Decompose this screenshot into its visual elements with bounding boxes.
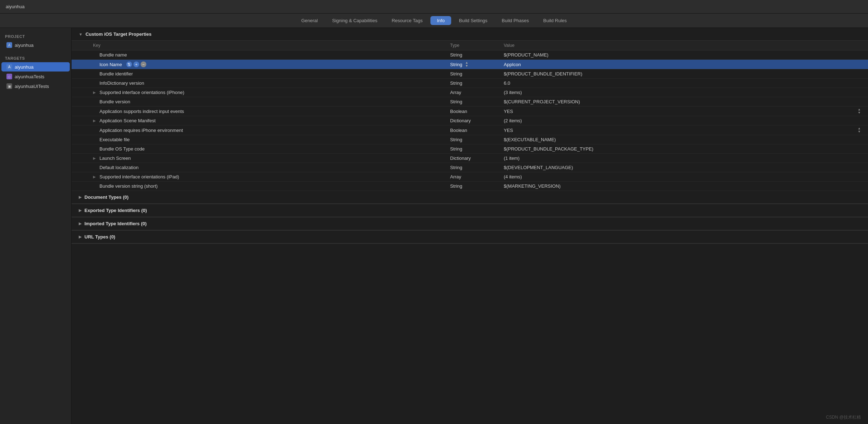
key-cell: Application requires iPhone environment bbox=[93, 128, 450, 133]
key-text: Executable file bbox=[99, 137, 130, 142]
key-text: Icon Name bbox=[99, 62, 122, 67]
table-row[interactable]: Application requires iPhone environmentB… bbox=[72, 125, 868, 135]
collapsed-section-header[interactable]: ▶Document Types (0) bbox=[72, 191, 868, 204]
stepper-icon[interactable]: ⇅ bbox=[126, 61, 132, 67]
key-text: Bundle version bbox=[99, 99, 130, 104]
main-layout: PROJECT A aiyunhua TARGETS A aiyunhua ◇ … bbox=[0, 28, 868, 424]
sidebar-item-uitests[interactable]: ▣ aiyunhuaUITests bbox=[1, 82, 70, 91]
value-stepper[interactable]: ▲▼ bbox=[465, 61, 468, 68]
tabbar: General Signing & Capabilities Resource … bbox=[0, 14, 868, 28]
table-row[interactable]: ▶Application Scene ManifestDictionary(2 … bbox=[72, 116, 868, 125]
expand-arrow-icon[interactable]: ▶ bbox=[93, 175, 97, 179]
type-cell: Array bbox=[450, 90, 504, 95]
table-header: Key Type Value bbox=[72, 41, 868, 50]
key-text: Bundle identifier bbox=[99, 71, 133, 77]
table-row[interactable]: Default localizationString$(DEVELOPMENT_… bbox=[72, 163, 868, 172]
collapsed-section[interactable]: ▶Exported Type Identifiers (0) bbox=[72, 204, 868, 217]
table-row[interactable]: Bundle versionString$(CURRENT_PROJECT_VE… bbox=[72, 97, 868, 107]
remove-row-button[interactable]: − bbox=[141, 61, 146, 67]
chevron-down-icon: ▼ bbox=[79, 32, 83, 36]
key-cell: Bundle name bbox=[93, 52, 450, 58]
target-label-1: aiyunhuaTests bbox=[15, 74, 44, 79]
value-cell: (1 item) bbox=[504, 156, 861, 161]
type-cell: Dictionary bbox=[450, 156, 504, 161]
collapsed-section[interactable]: ▶URL Types (0) bbox=[72, 231, 868, 244]
bool-stepper[interactable]: ▲▼ bbox=[858, 108, 861, 114]
collapsed-section-header[interactable]: ▶Imported Type Identifiers (0) bbox=[72, 217, 868, 230]
table-row[interactable]: Bundle nameString$(PRODUCT_NAME) bbox=[72, 50, 868, 60]
sidebar-item-aiyunhua[interactable]: A aiyunhua bbox=[1, 62, 70, 72]
key-text: Application Scene Manifest bbox=[99, 118, 156, 123]
key-text: Bundle OS Type code bbox=[99, 146, 145, 152]
value-cell: $(DEVELOPMENT_LANGUAGE) bbox=[504, 165, 861, 170]
chevron-right-icon: ▶ bbox=[79, 221, 82, 226]
key-text: Supported interface orientations (iPad) bbox=[99, 174, 179, 179]
row-controls: ⇅+− bbox=[126, 61, 146, 67]
collapsed-section-header[interactable]: ▶Exported Type Identifiers (0) bbox=[72, 204, 868, 217]
type-cell: String bbox=[450, 183, 504, 189]
tab-resource[interactable]: Resource Tags bbox=[385, 16, 429, 25]
type-cell: Boolean bbox=[450, 128, 504, 133]
value-cell: $(CURRENT_PROJECT_VERSION) bbox=[504, 99, 861, 104]
type-cell: String bbox=[450, 80, 504, 86]
collapsed-section[interactable]: ▶Imported Type Identifiers (0) bbox=[72, 217, 868, 231]
type-cell: String bbox=[450, 52, 504, 58]
table-row[interactable]: Bundle version string (short)String$(MAR… bbox=[72, 182, 868, 191]
bool-stepper[interactable]: ▲▼ bbox=[858, 127, 861, 133]
tab-info[interactable]: Info bbox=[430, 16, 451, 25]
table-row[interactable]: ▶Launch ScreenDictionary(1 item) bbox=[72, 154, 868, 163]
sidebar: PROJECT A aiyunhua TARGETS A aiyunhua ◇ … bbox=[0, 28, 72, 424]
table-row[interactable]: ▶Supported interface orientations (iPhon… bbox=[72, 88, 868, 97]
table-row[interactable]: Executable fileString$(EXECUTABLE_NAME) bbox=[72, 135, 868, 144]
col-value-header: Value bbox=[504, 43, 861, 48]
table-row[interactable]: Bundle OS Type codeString$(PRODUCT_BUNDL… bbox=[72, 144, 868, 154]
custom-section-header[interactable]: ▼ Custom iOS Target Properties bbox=[72, 28, 868, 41]
tab-general[interactable]: General bbox=[295, 16, 324, 25]
table-row[interactable]: Application supports indirect input even… bbox=[72, 107, 868, 116]
collapsed-section[interactable]: ▶Document Types (0) bbox=[72, 191, 868, 204]
key-text: Application supports indirect input even… bbox=[99, 109, 184, 114]
type-cell: Array bbox=[450, 174, 504, 179]
sidebar-item-tests[interactable]: ◇ aiyunhuaTests bbox=[1, 72, 70, 81]
target-label-2: aiyunhuaUITests bbox=[15, 84, 49, 89]
project-name: aiyunhua bbox=[15, 43, 34, 48]
key-text: Application requires iPhone environment bbox=[99, 128, 183, 133]
collapsed-section-title: URL Types (0) bbox=[84, 234, 115, 240]
value-cell: 6.0 bbox=[504, 80, 861, 86]
key-cell: Default localization bbox=[93, 165, 450, 170]
chevron-right-icon: ▶ bbox=[79, 208, 82, 213]
type-cell: String bbox=[450, 165, 504, 170]
key-cell: ▶Supported interface orientations (iPhon… bbox=[93, 90, 450, 95]
type-cell: String bbox=[450, 99, 504, 104]
expand-arrow-icon[interactable]: ▶ bbox=[93, 90, 97, 94]
value-cell: (3 items) bbox=[504, 90, 861, 95]
window-title: aiyunhua bbox=[6, 4, 25, 9]
table-row[interactable]: ▶Supported interface orientations (iPad)… bbox=[72, 172, 868, 182]
table-row[interactable]: InfoDictionary versionString6.0 bbox=[72, 79, 868, 88]
project-section-label: PROJECT bbox=[0, 32, 71, 40]
table-row[interactable]: Bundle identifierString$(PRODUCT_BUNDLE_… bbox=[72, 69, 868, 79]
type-cell: Boolean bbox=[450, 109, 504, 114]
key-cell: Application supports indirect input even… bbox=[93, 109, 450, 114]
key-cell: Bundle version string (short) bbox=[93, 183, 450, 189]
expand-arrow-icon[interactable]: ▶ bbox=[93, 119, 97, 123]
tab-buildrules[interactable]: Build Rules bbox=[537, 16, 573, 25]
targets-section-label: TARGETS bbox=[0, 54, 71, 62]
tab-signing[interactable]: Signing & Capabilities bbox=[326, 16, 384, 25]
chevron-right-icon: ▶ bbox=[79, 235, 82, 239]
collapsed-section-header[interactable]: ▶URL Types (0) bbox=[72, 231, 868, 243]
value-cell: (4 items) bbox=[504, 174, 861, 179]
tab-buildphases[interactable]: Build Phases bbox=[495, 16, 535, 25]
table-row[interactable]: Icon Name⇅+−String▲▼AppIcon bbox=[72, 60, 868, 69]
value-cell: YES▲▼ bbox=[504, 108, 861, 114]
key-text: InfoDictionary version bbox=[99, 80, 144, 86]
sidebar-item-project[interactable]: A aiyunhua bbox=[1, 40, 70, 50]
value-cell: YES▲▼ bbox=[504, 127, 861, 133]
add-row-button[interactable]: + bbox=[133, 61, 139, 67]
value-cell: $(MARKETING_VERSION) bbox=[504, 183, 861, 189]
expand-arrow-icon[interactable]: ▶ bbox=[93, 156, 97, 160]
chevron-right-icon: ▶ bbox=[79, 195, 82, 199]
key-cell: InfoDictionary version bbox=[93, 80, 450, 86]
project-icon: A bbox=[6, 42, 12, 48]
tab-buildsettings[interactable]: Build Settings bbox=[453, 16, 494, 25]
